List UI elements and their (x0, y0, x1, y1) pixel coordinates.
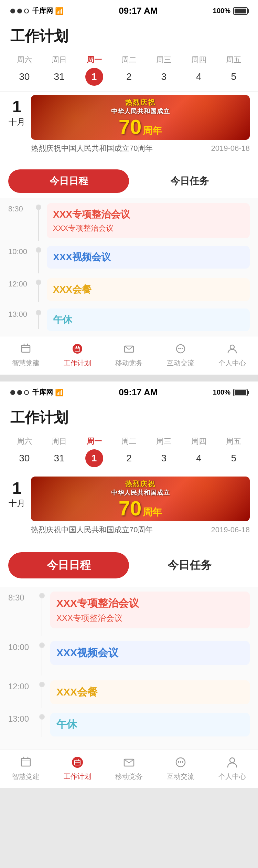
anniv-badge-1: 热烈庆祝 中华人民共和国成立 70 周年 (107, 95, 174, 140)
time-1300-2: 13:00 (8, 713, 39, 724)
event-wrapper-1200-1: XXX会餐 (47, 278, 250, 304)
nav-item-jiaoliu-2[interactable]: 互动交流 (155, 755, 206, 781)
week-day-fri-2[interactable]: 周五 5 (216, 436, 251, 467)
banner-info-2: 热烈庆祝中国人民共和国成立70周年 2019-06-18 (31, 525, 250, 535)
week-num-wed-2: 3 (155, 449, 173, 467)
event-title-830-1: XXX专项整治会议 (53, 208, 244, 221)
event-title-1000-2: XXX视频会议 (56, 646, 244, 660)
carrier-icons-2: 千库网 📶 (10, 388, 64, 397)
nav-icon-dangwu-2 (121, 755, 137, 770)
time-line-1300-1 (38, 315, 39, 329)
week-day-fri[interactable]: 周五 5 (216, 55, 251, 86)
time-line-1300-2 (42, 720, 42, 737)
week-day-thu-2[interactable]: 周四 4 (181, 436, 216, 467)
event-title-1300-1: 午休 (53, 313, 244, 326)
week-day-mon-2[interactable]: 周一 1 (77, 436, 111, 467)
week-label-tue-2: 周二 (121, 436, 137, 447)
banner-content-1[interactable]: 热烈庆祝 中华人民共和国成立 70 周年 热烈庆祝中国人民共和国成立70周年 2 (31, 95, 250, 154)
week-day-wed[interactable]: 周三 3 (147, 55, 181, 86)
svg-point-13 (180, 348, 181, 349)
nav-item-jianshe-2[interactable]: 智慧党建 (0, 755, 52, 781)
banner-date-num-1: 1 (12, 98, 22, 115)
event-subtitle-830-2: XXX专项整治会议 (56, 613, 244, 624)
event-card-1300-1[interactable]: 午休 (47, 308, 250, 331)
event-title-1200-1: XXX会餐 (53, 283, 244, 296)
svg-point-29 (180, 761, 181, 763)
svg-point-12 (178, 348, 180, 349)
event-card-1200-2[interactable]: XXX会餐 (50, 680, 250, 704)
svg-marker-10 (125, 346, 133, 349)
week-day-tue[interactable]: 周二 2 (111, 55, 146, 86)
nav-item-profile-2[interactable]: 个人中心 (206, 755, 258, 781)
tab-tasks-1[interactable]: 今日任务 (129, 169, 250, 193)
nav-item-plan-1[interactable]: 工作计划 (52, 341, 103, 368)
week-label-sun-2: 周日 (52, 436, 67, 447)
time-slot-1200-2: 12:00 XXX会餐 (8, 676, 250, 708)
anniv-number-2: 70 (119, 498, 142, 519)
week-num-sun: 31 (50, 68, 68, 86)
nav-item-jianshè-1[interactable]: 智慧党建 (0, 341, 52, 368)
week-day-mon[interactable]: 周一 1 (77, 55, 111, 86)
time-1300-1: 13:00 (8, 308, 36, 319)
nav-label-profile-1: 个人中心 (218, 358, 246, 368)
nav-label-plan-1: 工作计划 (64, 358, 91, 368)
tab-switcher-1: 今日日程 今日任务 (0, 164, 258, 198)
nav-icon-jianshe-2 (18, 755, 33, 770)
nav-item-dangwu-2[interactable]: 移动党务 (103, 755, 155, 781)
battery-icon-1 (233, 7, 248, 15)
anniv-number-row-2: 70 周年 (111, 498, 170, 519)
event-card-830-2[interactable]: XXX专项整治会议 XXX专项整治会议 (50, 592, 250, 628)
week-day-sat-2[interactable]: 周六 30 (7, 436, 42, 467)
week-num-sat: 30 (15, 68, 33, 86)
banner-date-num-2: 1 (12, 480, 22, 496)
time-1200-2: 12:00 (8, 680, 39, 691)
banner-date-month-2: 十月 (9, 498, 25, 509)
event-wrapper-830-1: XXX专项整治会议 XXX专项整治会议 (47, 203, 250, 241)
week-day-tue-2[interactable]: 周二 2 (111, 436, 146, 467)
event-card-1000-1[interactable]: XXX视频会议 (47, 246, 250, 269)
event-card-1200-1[interactable]: XXX会餐 (47, 278, 250, 301)
nav-label-dangwu-2: 移动党务 (115, 772, 143, 781)
nav-item-dangwu-1[interactable]: 移动党务 (103, 341, 155, 368)
tab-schedule-2[interactable]: 今日日程 (8, 552, 129, 578)
signal-dot2-2 (17, 390, 22, 395)
event-card-1300-2[interactable]: 午休 (50, 713, 250, 736)
battery-percent-1: 100% (213, 7, 230, 15)
nav-label-jianshe-1: 智慧党建 (12, 358, 40, 368)
wifi-icon: 📶 (55, 7, 64, 15)
nav-item-jiaoliu-1[interactable]: 互动交流 (155, 341, 206, 368)
signal-dot2 (17, 9, 22, 13)
time-line-830-2 (42, 598, 42, 636)
schedule-area-2: 8:30 XXX专项整治会议 XXX专项整治会议 10:00 (0, 587, 258, 750)
week-label-mon-2: 周一 (87, 436, 102, 447)
event-card-830-1[interactable]: XXX专项整治会议 XXX专项整治会议 (47, 203, 250, 238)
week-day-wed-2[interactable]: 周三 3 (147, 436, 181, 467)
nav-icon-jiaoliu-1 (173, 341, 188, 356)
svg-rect-0 (22, 345, 30, 352)
event-wrapper-830-2: XXX专项整治会议 XXX专项整治会议 (50, 592, 250, 631)
week-label-sat-2: 周六 (17, 436, 32, 447)
week-day-sat[interactable]: 周六 30 (7, 55, 42, 86)
banner-content-2[interactable]: 热烈庆祝 中华人民共和国成立 70 周年 热烈庆祝中国人民共和国成立70周年 2 (31, 477, 250, 535)
battery-area-2: 100% (213, 388, 248, 396)
week-day-thu[interactable]: 周四 4 (181, 55, 216, 86)
svg-point-30 (182, 761, 183, 763)
week-label-fri: 周五 (226, 55, 241, 65)
tab-schedule-1[interactable]: 今日日程 (8, 169, 129, 193)
tab-tasks-2[interactable]: 今日任务 (129, 552, 250, 578)
status-time-2: 09:17 AM (119, 387, 158, 398)
banner-image-1[interactable]: 热烈庆祝 中华人民共和国成立 70 周年 (31, 95, 250, 140)
nav-item-plan-2[interactable]: 工作计划 (52, 755, 103, 781)
status-bar-1: 千库网 📶 09:17 AM 100% (0, 0, 258, 20)
banner-image-2[interactable]: 热烈庆祝 中华人民共和国成立 70 周年 (31, 477, 250, 521)
event-card-1000-2[interactable]: XXX视频会议 (50, 641, 250, 665)
nav-item-profile-1[interactable]: 个人中心 (206, 341, 258, 368)
event-title-1300-2: 午休 (56, 718, 244, 732)
app-content-2: 工作计划 周六 30 周日 31 周一 1 周二 2 (0, 401, 258, 750)
week-day-sun[interactable]: 周日 31 (42, 55, 76, 86)
week-day-sun-2[interactable]: 周日 31 (42, 436, 76, 467)
week-num-tue-2: 2 (120, 449, 138, 467)
banner-info-1: 热烈庆祝中国人民共和国成立70周年 2019-06-18 (31, 143, 250, 154)
time-dot-830-1 (36, 205, 41, 210)
week-num-fri-2: 5 (225, 449, 243, 467)
